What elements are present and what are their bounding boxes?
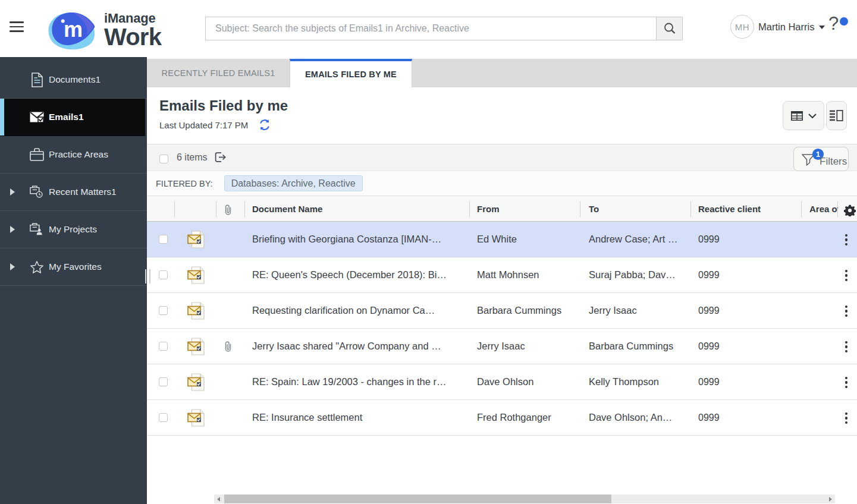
column-header-area-of[interactable]: Area of [809, 196, 838, 221]
sidebar-item-label: Practice Areas [49, 149, 108, 160]
cell-to: Suraj Pabba; Dav… [589, 257, 695, 292]
filed-email-icon [187, 373, 205, 391]
row-checkbox[interactable] [159, 270, 168, 279]
cell-from: Barbara Cummings [477, 293, 584, 328]
sidebar-item-documents[interactable]: Documents1 [0, 61, 147, 99]
view-mode-button[interactable] [783, 101, 824, 130]
attachment-column-icon [224, 204, 232, 216]
row-checkbox[interactable] [159, 377, 168, 386]
logo-wordmark: iManage Work [104, 11, 161, 49]
sidebar-scrollbar-thumb[interactable] [145, 269, 146, 284]
filters-label: Filters [820, 156, 847, 168]
svg-text:m: m [64, 17, 83, 42]
tab-strip: RECENTLY FILED EMAILS1 EMAILS FILED BY M… [147, 57, 857, 87]
sidebar-item-emails[interactable]: Emails1 [0, 99, 145, 136]
product-name: Work [104, 25, 161, 49]
row-checkbox[interactable] [159, 306, 168, 315]
row-menu-kebab-icon[interactable] [843, 377, 850, 388]
filed-email-icon [187, 338, 205, 355]
cell-to: Dave Ohlson; An… [589, 400, 695, 435]
filtered-by-label: FILTERED BY: [156, 179, 213, 188]
cell-from: Fred Rothganger [477, 400, 584, 435]
cell-reactive-client: 0999 [698, 222, 804, 257]
email-row[interactable]: Jerry Isaac shared "Arrow Company and … … [147, 329, 857, 364]
sidebar-item-my-projects[interactable]: My Projects [0, 211, 147, 248]
row-checkbox[interactable] [159, 235, 168, 244]
horizontal-scrollbar[interactable] [214, 494, 835, 503]
table-scrollbar-thumb[interactable] [149, 269, 150, 284]
sidebar: Documents1 Emails1 Practice Areas [0, 57, 147, 504]
column-header-to[interactable]: To [589, 196, 688, 221]
search-button[interactable] [656, 17, 683, 40]
cell-to: Andrew Case; Art … [589, 222, 695, 257]
tab-emails-filed-by-me[interactable]: EMAILS FILED BY ME [290, 59, 412, 87]
row-menu-kebab-icon[interactable] [843, 412, 850, 424]
filter-chip[interactable]: Databases: Archive, Reactive [224, 175, 363, 191]
search-input[interactable] [205, 17, 657, 40]
sidebar-item-recent-matters[interactable]: Recent Matters1 [0, 174, 147, 211]
filters-button[interactable]: 1 Filters [793, 147, 849, 171]
filed-email-icon [187, 266, 205, 284]
table-view-icon [791, 111, 803, 121]
star-icon [30, 259, 44, 275]
row-menu-kebab-icon[interactable] [843, 270, 850, 281]
top-bar: m iManage Work MH Martin Harris ? [0, 0, 857, 57]
help-button[interactable]: ? [827, 13, 850, 40]
filtered-by-bar: FILTERED BY: Databases: Archive, Reactiv… [147, 171, 857, 196]
user-menu[interactable]: MH Martin Harris [730, 15, 825, 39]
cell-reactive-client: 0999 [698, 257, 804, 292]
cell-document-name: Jerry Isaac shared "Arrow Company and … [252, 329, 463, 364]
horizontal-scrollbar-thumb[interactable] [224, 494, 611, 503]
expand-arrow-icon[interactable] [10, 188, 15, 196]
scroll-right-arrow[interactable] [826, 494, 835, 503]
select-all-checkbox[interactable] [159, 155, 168, 163]
column-settings-gear-icon[interactable] [844, 204, 856, 216]
refresh-icon[interactable] [259, 119, 271, 131]
cell-document-name: RE: Insurance settlement [252, 400, 463, 435]
column-header-reactive-client[interactable]: Reactive client [698, 196, 798, 221]
cell-reactive-client: 0999 [698, 400, 804, 435]
row-menu-kebab-icon[interactable] [843, 341, 850, 352]
expand-arrow-icon[interactable] [10, 226, 15, 233]
email-row[interactable]: Requesting clarification on Dynamor Ca… … [147, 293, 857, 329]
list-toolbar: 6 items 1 Filters [147, 144, 857, 171]
chevron-down-icon [808, 114, 817, 118]
export-icon[interactable] [215, 152, 227, 163]
cell-to: Kelly Thompson [589, 364, 695, 399]
row-checkbox[interactable] [159, 342, 168, 351]
cell-from: Dave Ohlson [477, 364, 584, 399]
row-menu-kebab-icon[interactable] [843, 234, 850, 245]
last-updated-label: Last Updated 7:17 PM [159, 120, 248, 130]
page-title: Emails Filed by me [159, 97, 288, 114]
sidebar-item-my-favorites[interactable]: My Favorites [0, 248, 147, 286]
preview-pane-icon [830, 110, 843, 121]
hamburger-menu-icon[interactable] [10, 21, 24, 33]
cell-to: Barbara Cummings [589, 329, 695, 364]
email-row[interactable]: RE: Queen's Speech (December 2018): Bi… … [147, 257, 857, 293]
scroll-left-arrow[interactable] [214, 494, 223, 503]
column-header-from[interactable]: From [477, 196, 577, 221]
row-menu-kebab-icon[interactable] [843, 305, 850, 317]
user-name: Martin Harris [758, 21, 814, 33]
sidebar-item-label: Recent Matters1 [49, 187, 117, 197]
sidebar-item-practice-areas[interactable]: Practice Areas [0, 136, 147, 174]
cell-document-name: Requesting clarification on Dynamor Ca… [252, 293, 463, 328]
filed-email-icon [187, 302, 205, 320]
email-row[interactable]: Briefing with Georgiana Costanza [IMAN-…… [147, 222, 857, 257]
cell-reactive-client: 0999 [698, 364, 804, 399]
cell-document-name: RE: Spain: Law 19/2003 - changes in the … [252, 364, 463, 399]
tab-recently-filed-emails[interactable]: RECENTLY FILED EMAILS1 [147, 59, 290, 87]
column-header-document-name[interactable]: Document Name [252, 196, 466, 221]
sidebar-item-label: My Projects [49, 224, 97, 235]
main-content: RECENTLY FILED EMAILS1 EMAILS FILED BY M… [147, 57, 857, 504]
row-checkbox[interactable] [159, 413, 168, 422]
preview-pane-button[interactable] [826, 101, 847, 130]
logo-blob-icon: m [48, 11, 96, 51]
help-icon: ? [828, 13, 839, 34]
email-row[interactable]: RE: Insurance settlement Fred Rothganger… [147, 400, 857, 436]
cell-from: Matt Mohnsen [477, 257, 584, 292]
filed-email-icon [187, 231, 205, 248]
expand-arrow-icon[interactable] [10, 263, 15, 270]
notification-dot [840, 17, 848, 26]
email-row[interactable]: RE: Spain: Law 19/2003 - changes in the … [147, 364, 857, 400]
